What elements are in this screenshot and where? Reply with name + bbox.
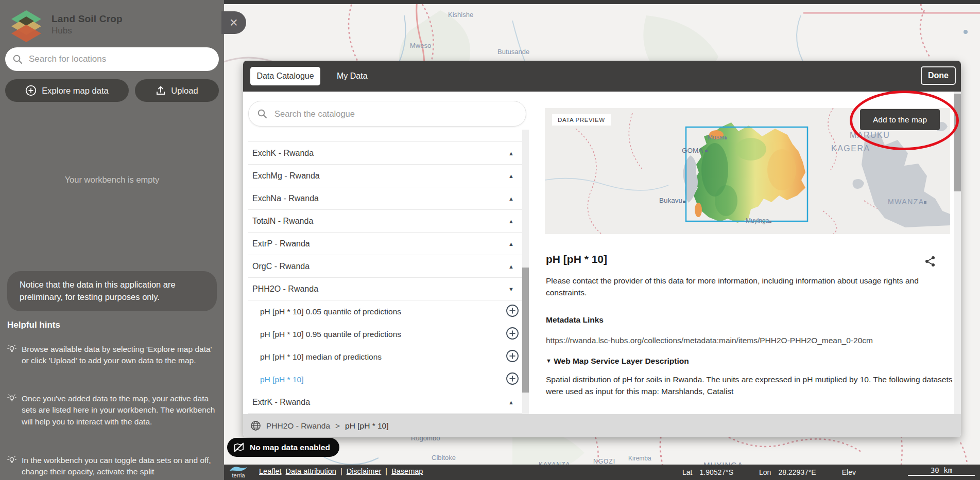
explore-map-data-button[interactable]: Explore map data bbox=[5, 79, 129, 102]
elev-label: Elev bbox=[842, 468, 856, 476]
brand-subtitle: Hubs bbox=[51, 26, 72, 36]
hint-item: Once you've added data to the map, your … bbox=[7, 393, 217, 428]
cursor-position-readout: Lat 1.90527°S Lon 28.22937°E Elev bbox=[682, 468, 856, 476]
catalogue-scrollbar-thumb[interactable] bbox=[522, 268, 529, 393]
add-layer-icon bbox=[506, 372, 519, 385]
lat-value: 1.90527°S bbox=[699, 468, 733, 476]
map-label: Cibitoke bbox=[432, 454, 456, 461]
link-disclaimer[interactable]: Disclaimer bbox=[347, 467, 382, 475]
catalogue-group-label: PHH2O - Rwanda bbox=[252, 285, 318, 294]
link-leaflet[interactable]: Leaflet bbox=[259, 467, 282, 475]
terria-logo[interactable]: terria bbox=[227, 465, 250, 478]
dataset-title: pH [pH * 10] bbox=[546, 253, 607, 265]
done-button[interactable]: Done bbox=[921, 66, 956, 85]
lightbulb-icon bbox=[7, 345, 16, 354]
chevron-up-icon: ▲ bbox=[508, 195, 514, 202]
location-search-input[interactable] bbox=[28, 54, 212, 65]
catalogue-group-label: ExchNa - Rwanda bbox=[252, 194, 319, 203]
tab-data-catalogue[interactable]: Data Catalogue bbox=[250, 67, 320, 85]
catalogue-group-row[interactable]: PHH2O - Rwanda▼ bbox=[248, 278, 522, 300]
catalogue-group-row[interactable]: OrgC - Rwanda▲ bbox=[248, 255, 522, 278]
preview-label: MWANZA bbox=[888, 198, 924, 206]
upload-button[interactable]: Upload bbox=[135, 79, 219, 102]
link-separator: | bbox=[340, 467, 342, 475]
catalogue-layer-row[interactable]: pH [pH * 10] 0.05 quantile of prediction… bbox=[248, 300, 522, 323]
map-label: NGOZI bbox=[593, 458, 615, 465]
wms-description: Spatial distribution of pH for soils in … bbox=[546, 374, 954, 398]
location-search[interactable] bbox=[5, 47, 219, 71]
share-icon[interactable] bbox=[924, 255, 936, 268]
catalogue-group-row[interactable]: ExtrK - Rwanda▲ bbox=[248, 391, 522, 414]
status-bar: terria Leaflet Data attribution | Discla… bbox=[224, 465, 980, 480]
wms-heading-label: Web Map Service Layer Description bbox=[554, 357, 689, 365]
chevron-up-icon: ▲ bbox=[508, 150, 514, 156]
chevron-down-icon: ▼ bbox=[508, 286, 514, 292]
preview-label: Bukavu bbox=[659, 197, 682, 204]
wms-section-header[interactable]: ▼ Web Map Service Layer Description bbox=[546, 355, 954, 367]
catalogue-group-row[interactable]: ExchMg - Rwanda▲ bbox=[248, 165, 522, 187]
map-label: Mweso bbox=[410, 42, 431, 49]
app-logo bbox=[7, 6, 45, 44]
globe-icon bbox=[250, 420, 261, 431]
metadata-url[interactable]: https://rwanda.lsc-hubs.org/collections/… bbox=[546, 334, 954, 346]
catalogue-group-row[interactable]: ExchNa - Rwanda▲ bbox=[248, 187, 522, 210]
link-data-attribution[interactable]: Data attribution bbox=[286, 467, 336, 475]
app-window: Kishishe Mweso Butusande Rutshuru Rugomb… bbox=[0, 0, 980, 480]
map-slash-icon bbox=[233, 442, 245, 453]
add-layer-button[interactable] bbox=[506, 304, 519, 319]
catalogue-group-label: ExtrK - Rwanda bbox=[252, 398, 310, 407]
close-icon: × bbox=[230, 16, 238, 30]
map-label: Butusande bbox=[497, 48, 529, 56]
plus-circle-icon bbox=[25, 85, 37, 96]
catalogue-group-label: ExchK - Rwanda bbox=[252, 149, 314, 158]
add-to-map-button[interactable]: Add to the map bbox=[860, 109, 940, 130]
attribution-links: Leaflet Data attribution | Disclaimer | … bbox=[259, 467, 423, 475]
catalogue-group-label: OrgC - Rwanda bbox=[252, 262, 310, 271]
catalogue-layer-row[interactable]: pH [pH * 10] bbox=[248, 368, 522, 391]
catalogue-group-row[interactable]: ExchK - Rwanda▲ bbox=[248, 142, 522, 165]
terria-wave-icon bbox=[229, 465, 248, 472]
catalogue-layer-label: pH [pH * 10] median of predictions bbox=[260, 352, 382, 362]
catalogue-layer-row[interactable]: pH [pH * 10] median of predictions bbox=[248, 346, 522, 368]
add-layer-icon bbox=[506, 327, 519, 340]
catalogue-layer-label-selected: pH [pH * 10] bbox=[260, 375, 303, 384]
catalogue-search[interactable] bbox=[248, 101, 526, 127]
search-icon bbox=[257, 109, 267, 119]
upload-button-label: Upload bbox=[171, 86, 198, 96]
lightbulb-icon bbox=[7, 394, 16, 403]
tab-my-data[interactable]: My Data bbox=[337, 72, 368, 81]
brand-title: Land Soil Crop bbox=[51, 13, 123, 25]
add-layer-icon bbox=[506, 349, 519, 363]
chevron-up-icon: ▲ bbox=[508, 173, 514, 179]
breadcrumb-parent[interactable]: PHH2O - Rwanda bbox=[266, 421, 330, 431]
preview-label: MARUKU bbox=[850, 131, 890, 140]
catalogue-group-label: ExchMg - Rwanda bbox=[252, 171, 320, 181]
tab-label: Data Catalogue bbox=[256, 72, 314, 81]
catalogue-group-row[interactable]: TotalN - Rwanda▲ bbox=[248, 210, 522, 233]
map-scale-bar: 30 km bbox=[908, 466, 975, 476]
catalogue-layer-row[interactable]: pH [pH * 10] 0.95 quantile of prediction… bbox=[248, 323, 522, 346]
map-label: Kishishe bbox=[448, 11, 473, 19]
lightbulb-icon bbox=[7, 456, 16, 465]
add-layer-button[interactable] bbox=[506, 327, 519, 342]
search-icon bbox=[12, 54, 23, 64]
hint-text: In the workbench you can toggle data set… bbox=[22, 455, 217, 478]
catalogue-group-row-clipped[interactable] bbox=[248, 129, 522, 142]
modal-header: Data Catalogue My Data Done bbox=[243, 61, 961, 92]
hint-text: Browse available data by selecting 'Expl… bbox=[22, 344, 217, 367]
catalogue-search-input[interactable] bbox=[273, 109, 518, 119]
chevron-up-icon: ▲ bbox=[508, 263, 514, 270]
detail-scrollbar-thumb[interactable] bbox=[954, 94, 961, 191]
add-layer-button[interactable] bbox=[506, 349, 519, 365]
catalogue-layer-label: pH [pH * 10] 0.05 quantile of prediction… bbox=[260, 307, 401, 316]
no-map-data-label: No map data enabled bbox=[250, 443, 330, 452]
close-sidebar-button[interactable]: × bbox=[221, 11, 246, 34]
link-basemap[interactable]: Basemap bbox=[391, 467, 423, 475]
breadcrumb-current: pH [pH * 10] bbox=[345, 421, 388, 431]
add-layer-button[interactable] bbox=[506, 372, 519, 387]
catalogue-list: ExchK - Rwanda▲ExchMg - Rwanda▲ExchNa - … bbox=[248, 129, 522, 414]
contact-provider-text: Please contact the provider of this data… bbox=[546, 275, 954, 299]
lon-value: 28.22937°E bbox=[778, 468, 816, 476]
catalogue-group-row[interactable]: ExtrP - Rwanda▲ bbox=[248, 233, 522, 255]
workbench-empty-message: Your workbench is empty bbox=[0, 175, 224, 185]
